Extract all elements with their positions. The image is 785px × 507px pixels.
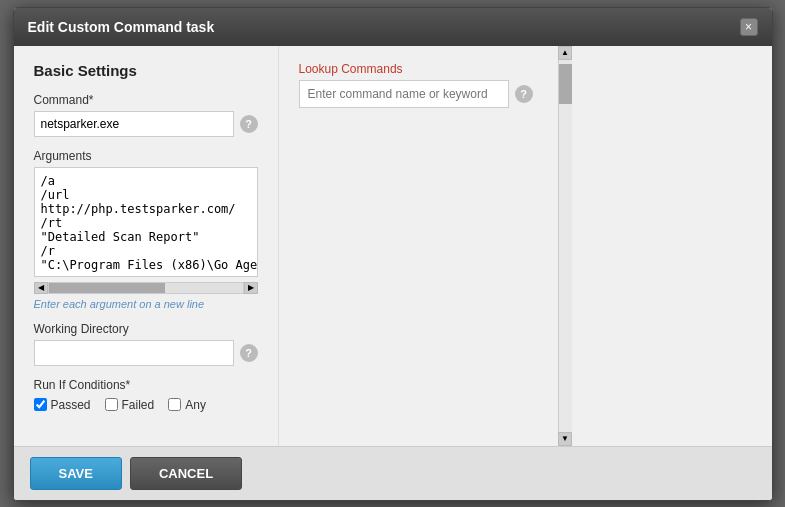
working-dir-section: Working Directory ? [34,322,258,366]
lookup-label: Lookup Commands [299,62,538,76]
dialog-body: Basic Settings Command* ? Arguments ◀ [14,46,572,446]
arguments-label: Arguments [34,149,258,163]
vscroll-track [559,60,572,432]
vertical-scrollbar: ▲ ▼ [558,46,572,446]
any-checkbox[interactable] [168,398,181,411]
main-content: Basic Settings Command* ? Arguments ◀ [14,46,278,446]
run-if-label: Run If Conditions* [34,378,258,392]
close-button[interactable]: × [740,18,758,36]
failed-label: Failed [122,398,155,412]
cancel-button[interactable]: CANCEL [130,457,242,490]
dialog-footer: SAVE CANCEL [14,446,772,500]
scroll-left-icon[interactable]: ◀ [34,282,48,294]
right-panel: Lookup Commands ? [278,46,558,446]
scroll-right-icon[interactable]: ▶ [244,282,258,294]
passed-label: Passed [51,398,91,412]
any-label: Any [185,398,206,412]
any-group: Any [168,398,206,412]
failed-group: Failed [105,398,155,412]
lookup-row: ? [299,80,538,108]
dialog: Edit Custom Command task × Basic Setting… [13,7,773,501]
passed-group: Passed [34,398,91,412]
dialog-header: Edit Custom Command task × [14,8,772,46]
command-row: ? [34,111,258,137]
working-dir-label: Working Directory [34,322,258,336]
command-help-icon[interactable]: ? [240,115,258,133]
command-input[interactable] [34,111,234,137]
scroll-up-icon[interactable]: ▲ [558,46,572,60]
lookup-help-icon[interactable]: ? [515,85,533,103]
dialog-title: Edit Custom Command task [28,19,215,35]
passed-checkbox[interactable] [34,398,47,411]
run-conditions-row: Passed Failed Any [34,398,258,412]
vscroll-thumb [559,64,572,104]
failed-checkbox[interactable] [105,398,118,411]
save-button[interactable]: SAVE [30,457,122,490]
scroll-thumb [49,283,165,293]
scroll-down-icon[interactable]: ▼ [558,432,572,446]
arguments-textarea[interactable] [34,167,258,277]
dialog-body-wrapper: Basic Settings Command* ? Arguments ◀ [14,46,772,446]
arguments-hint: Enter each argument on a new line [34,298,258,310]
scroll-track [48,282,244,294]
section-title: Basic Settings [34,62,258,79]
working-dir-help-icon[interactable]: ? [240,344,258,362]
arguments-section: Arguments ◀ ▶ Enter each argument on a n… [34,149,258,310]
working-dir-input[interactable] [34,340,234,366]
lookup-input[interactable] [299,80,509,108]
run-conditions-section: Run If Conditions* Passed Failed Any [34,378,258,412]
command-label: Command* [34,93,258,107]
working-dir-row: ? [34,340,258,366]
scrollbar-area: ◀ ▶ [34,282,258,294]
